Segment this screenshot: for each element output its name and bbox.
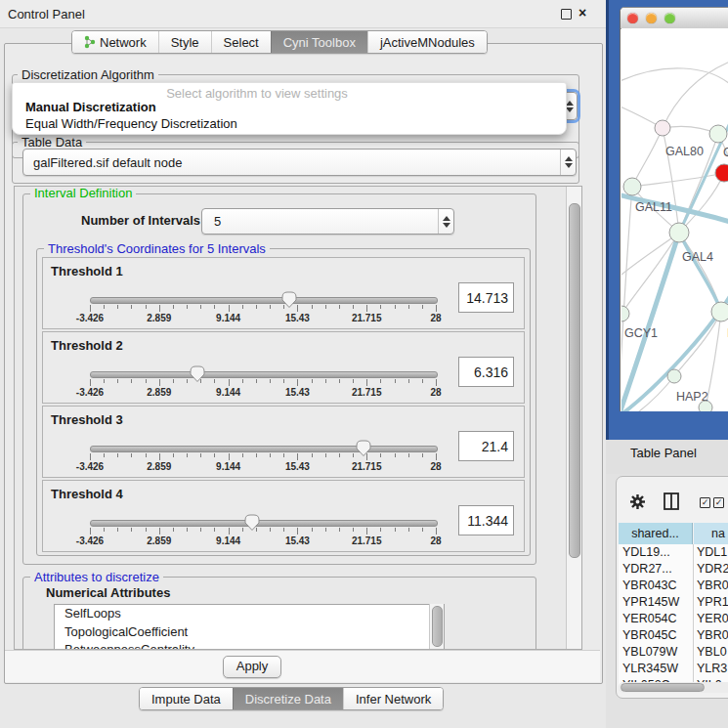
attributes-list-scrollbar[interactable] [429,604,444,649]
scrollbar-thumb[interactable] [569,203,580,558]
network-edge-thick[interactable] [679,233,721,312]
table-cell[interactable]: YBR043C [622,578,693,594]
table-cell[interactable]: YBR0 [697,578,728,594]
table-data-combobox[interactable]: galFiltered.sif default node [22,149,577,176]
network-node[interactable] [655,120,670,136]
close-icon[interactable]: × [578,5,586,21]
settings-vertical-scrollbar[interactable] [566,187,581,649]
combo-stepper-icon[interactable] [560,150,576,175]
split-columns-icon[interactable] [664,492,679,510]
slider-track[interactable] [90,520,438,527]
scrollbar-thumb[interactable] [432,606,443,647]
settings-gear-icon[interactable] [629,493,646,510]
table-cell[interactable]: YPR1 [697,594,728,611]
network-node[interactable] [709,125,727,143]
network-node[interactable] [699,401,712,411]
column-header-shared-name[interactable]: shared... [619,523,693,544]
network-node[interactable] [669,223,689,242]
table-row[interactable]: YBR043CYBR0 [619,578,728,594]
attribute-list-item[interactable]: BetweennessCentrality [55,641,444,650]
tab-style[interactable]: Style [158,31,211,53]
slider-tick [146,305,147,309]
table-cell[interactable]: YBR0 [697,627,728,644]
network-node[interactable] [621,306,629,321]
checkbox-icon[interactable]: ✓ [700,497,710,508]
slider-tick-label: 21.715 [337,313,396,323]
dropdown-option-manual-discretization[interactable]: Manual Discretization [25,100,156,114]
slider-track[interactable] [90,297,438,304]
combo-stepper-icon[interactable] [438,209,453,234]
network-edge[interactable] [632,128,663,187]
tab-discretize-data[interactable]: Discretize Data [233,688,343,709]
table-cell[interactable]: YBR045C [622,627,693,644]
slider-tick-label: 28 [407,461,465,472]
slider-tick [173,379,174,383]
threshold-value-field[interactable]: 14.713 [458,282,514,313]
table-cell[interactable]: YDR27... [622,561,693,578]
network-node[interactable] [715,164,728,182]
settings-scroll-area: Interval Definition Number of Intervals … [14,186,582,650]
network-edge-thick[interactable] [621,233,679,411]
network-edge[interactable] [632,173,724,187]
scrollbar-thumb[interactable] [621,683,705,692]
slider-tick [395,305,396,309]
network-window-titlebar[interactable] [621,8,728,29]
table-row[interactable]: YBL079WYBL0 [619,644,728,661]
table-panel-title: Table Panel [630,446,697,460]
float-window-icon[interactable] [561,9,572,20]
threshold-value-field[interactable]: 21.4 [458,431,514,461]
attribute-list-item[interactable]: TopologicalCoefficient [55,623,444,642]
column-header-name[interactable]: na [694,523,728,544]
table-cell[interactable]: YLR3 [697,661,728,677]
zoom-traffic-light[interactable] [664,13,675,23]
tab-cyni-toolbox[interactable]: Cyni Toolbox [271,31,367,53]
network-node[interactable] [711,302,728,321]
table-horizontal-scrollbar[interactable] [619,682,728,693]
table-cell[interactable]: YER054C [622,611,693,627]
slider-thumb[interactable] [243,513,261,532]
table-row[interactable]: YDL19...YDL1 [619,544,728,561]
table-cell[interactable]: YDL19... [622,544,693,561]
table-cell[interactable]: YDL1 [697,544,728,561]
table-row[interactable]: YER054CYER0 [619,611,728,627]
network-node-label: GA [723,146,728,159]
tab-infer-network[interactable]: Infer Network [343,688,443,709]
checkbox-icon[interactable]: ✓ [713,497,724,508]
algorithm-dropdown-popup: Select algorithm to view settings Manual… [12,82,567,135]
table-cell[interactable]: YDR2 [697,561,728,578]
tab-impute-data[interactable]: Impute Data [140,688,233,709]
numerical-attributes-list[interactable]: SelfLoopsTopologicalCoefficientBetweenne… [54,604,445,650]
network-edge[interactable] [621,233,679,314]
attribute-list-item[interactable]: SelfLoops [55,605,444,623]
table-cell[interactable]: YBL079W [622,644,693,661]
threshold-value-field[interactable]: 6.316 [458,357,514,387]
table-cell[interactable]: YPR145W [622,594,693,611]
slider-tick-label: 15.43 [268,535,326,546]
dropdown-option-equal-width-frequency[interactable]: Equal Width/Frequency Discretization [25,116,237,131]
table-cell[interactable]: YBL0 [697,644,728,661]
slider-thumb[interactable] [189,364,206,383]
close-traffic-light[interactable] [627,13,638,23]
table-cell[interactable]: YER0 [697,611,728,627]
slider-track[interactable] [90,371,438,378]
slider-track[interactable] [90,446,438,452]
table-row[interactable]: YLR345WYLR3 [619,661,728,677]
minimize-traffic-light[interactable] [646,13,657,23]
network-edge-thick[interactable] [621,284,728,411]
slider-thumb[interactable] [280,290,298,309]
table-row[interactable]: YDR27...YDR2 [619,561,728,578]
slider-thumb[interactable] [355,439,372,457]
table-row[interactable]: YPR145WYPR1 [619,594,728,611]
network-node[interactable] [623,178,641,195]
table-row[interactable]: YBR045CYBR0 [619,627,728,644]
slider-tick [339,528,340,532]
table-cell[interactable]: YLR345W [622,661,693,677]
tab-network[interactable]: Network [72,31,158,53]
number-of-intervals-combobox[interactable]: 5 [201,208,454,235]
network-canvas[interactable]: GAL80GACGAL11GAL4GCY1HHAP2 [621,28,728,411]
tab-select[interactable]: Select [211,31,271,53]
network-node[interactable] [667,369,681,383]
threshold-value-field[interactable]: 11.344 [458,505,514,535]
apply-button[interactable]: Apply [223,656,281,678]
tab-jactivemnodules[interactable]: jActiveMNodules [367,31,487,53]
